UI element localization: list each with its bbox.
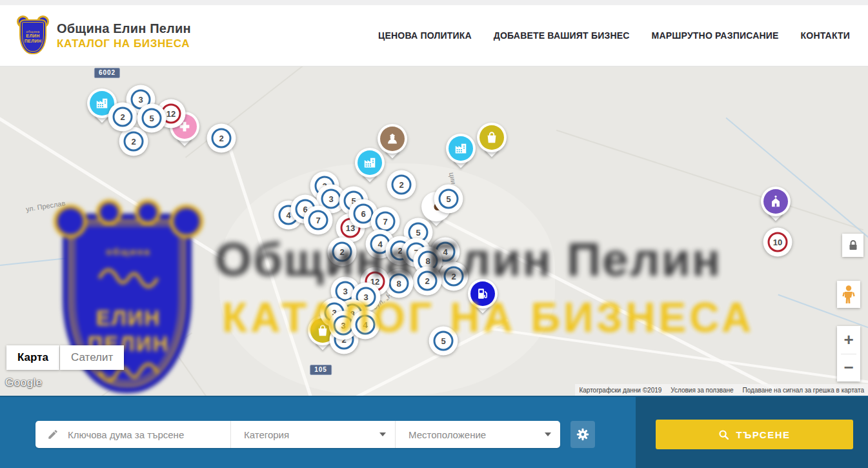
map-pin-factory-marker[interactable]: [355, 148, 385, 188]
cluster-count: 2: [444, 267, 464, 287]
cluster-count: 5: [439, 189, 459, 209]
attribution-copyright: Картографски данни ©2019: [579, 387, 661, 394]
map-pin-church-marker[interactable]: [761, 187, 791, 227]
main-nav: ЦЕНОВА ПОЛИТИКА ДОБАВЕТЕ ВАШИЯТ БИЗНЕС М…: [378, 30, 850, 41]
map-cluster-marker[interactable]: 5: [429, 327, 458, 356]
pegman-icon: [842, 285, 856, 304]
zoom-out-button[interactable]: −: [837, 354, 860, 382]
map-type-switcher: Карта Сателит: [6, 345, 124, 370]
top-strip: [0, 0, 868, 5]
lock-icon: [848, 239, 858, 251]
cluster-count: 10: [768, 232, 788, 252]
zoom-in-button[interactable]: +: [837, 327, 860, 354]
search-bar: Категория Местоположение ТЪРСЕНЕ: [0, 396, 868, 468]
nav-pricing-policy[interactable]: ЦЕНОВА ПОЛИТИКА: [378, 30, 472, 41]
chevron-down-icon: [379, 432, 386, 436]
map-lock-button[interactable]: [842, 234, 863, 257]
map-cluster-marker[interactable]: 2: [328, 238, 357, 267]
search-button-label: ТЪРСЕНЕ: [736, 429, 790, 440]
header: община ЕЛИН ПЕЛИН Община Елин Пелин КАТА…: [0, 5, 868, 66]
nav-route-schedule[interactable]: МАРШРУТНО РАЗПИСАНИЕ: [652, 30, 779, 41]
nav-contacts[interactable]: КОНТАКТИ: [801, 30, 850, 41]
attribution-report-link[interactable]: Подаване на сигнал за грешка в картата: [743, 387, 864, 394]
category-dropdown[interactable]: Категория: [230, 421, 395, 448]
map-pin-bag-marker[interactable]: [477, 123, 507, 163]
cluster-count: 3: [321, 189, 341, 209]
emblem-name-line2: ПЕЛИН: [25, 39, 42, 44]
map-cluster-marker[interactable]: 2: [413, 267, 442, 296]
map-pin-factory-marker[interactable]: [446, 134, 476, 174]
pencil-icon: [47, 429, 59, 440]
cluster-count: 2: [418, 271, 438, 291]
cluster-count: 2: [113, 107, 133, 127]
map-cluster-marker[interactable]: 5: [137, 104, 167, 133]
advanced-search-button[interactable]: [570, 421, 595, 448]
site-subtitle: КАТАЛОГ НА БИЗНЕСА: [57, 37, 191, 50]
map-canvas[interactable]: 6002105ул. Преславбул. „Новоселции 23212…: [0, 66, 868, 396]
map-type-map-button[interactable]: Карта: [6, 345, 59, 370]
cluster-count: 7: [376, 212, 396, 232]
google-logo[interactable]: Google: [5, 376, 43, 389]
map-cluster-marker[interactable]: 2: [439, 262, 469, 291]
brand[interactable]: община ЕЛИН ПЕЛИН Община Елин Пелин КАТА…: [18, 17, 191, 54]
map-cluster-marker[interactable]: 2: [108, 103, 137, 132]
cluster-count: 5: [434, 331, 454, 351]
cluster-count: 2: [212, 128, 232, 148]
map-cluster-marker[interactable]: 2: [207, 124, 236, 153]
cluster-count: 2: [392, 175, 412, 195]
map-cluster-marker[interactable]: 7: [304, 206, 333, 235]
cluster-count: 5: [142, 108, 162, 128]
municipality-emblem-logo: община ЕЛИН ПЕЛИН: [18, 17, 48, 54]
map-type-satellite-button[interactable]: Сателит: [60, 345, 124, 370]
factory-icon: [358, 150, 382, 175]
pegman-control[interactable]: [837, 281, 860, 308]
attribution-terms-link[interactable]: Условия за ползване: [671, 387, 733, 394]
map-cluster-marker[interactable]: 10: [763, 228, 792, 257]
cluster-count: 2: [332, 242, 352, 262]
zoom-control: + −: [837, 326, 860, 382]
bag-icon: [479, 125, 504, 150]
category-dropdown-value: Категория: [244, 429, 289, 440]
emblem-shield: община ЕЛИН ПЕЛИН: [19, 19, 46, 54]
church-icon: [763, 189, 788, 214]
gear-icon: [576, 427, 590, 442]
site-title: Община Елин Пелин: [57, 21, 191, 36]
fuel-icon: [470, 281, 495, 306]
chevron-down-icon: [545, 432, 551, 436]
map-cluster-marker[interactable]: 2: [387, 170, 416, 199]
cluster-count: 4: [356, 315, 376, 335]
cluster-count: 8: [389, 274, 409, 294]
map-cluster-marker[interactable]: 5: [434, 185, 463, 214]
factory-icon: [449, 136, 473, 161]
map-markers-layer: 2321252225346571367524274822812338323451…: [0, 66, 868, 396]
cluster-count: 2: [124, 132, 144, 152]
location-dropdown[interactable]: Местоположение: [395, 421, 560, 448]
search-icon: [718, 429, 729, 440]
nav-add-your-business[interactable]: ДОБАВЕТЕ ВАШИЯТ БИЗНЕС: [494, 30, 630, 41]
keyword-search-input[interactable]: [66, 429, 223, 441]
map-attribution: Картографски данни ©2019 Условия за полз…: [575, 384, 868, 396]
keyword-section: [35, 421, 230, 448]
map-cluster-marker[interactable]: 4: [351, 310, 380, 340]
location-dropdown-value: Местоположение: [409, 429, 486, 440]
search-field-group: Категория Местоположение: [35, 421, 560, 448]
emblem-name-line1: ЕЛИН: [25, 34, 42, 39]
cluster-count: 7: [308, 210, 328, 230]
search-button[interactable]: ТЪРСЕНЕ: [656, 420, 853, 449]
map-pin-fuel-marker[interactable]: [468, 279, 498, 319]
